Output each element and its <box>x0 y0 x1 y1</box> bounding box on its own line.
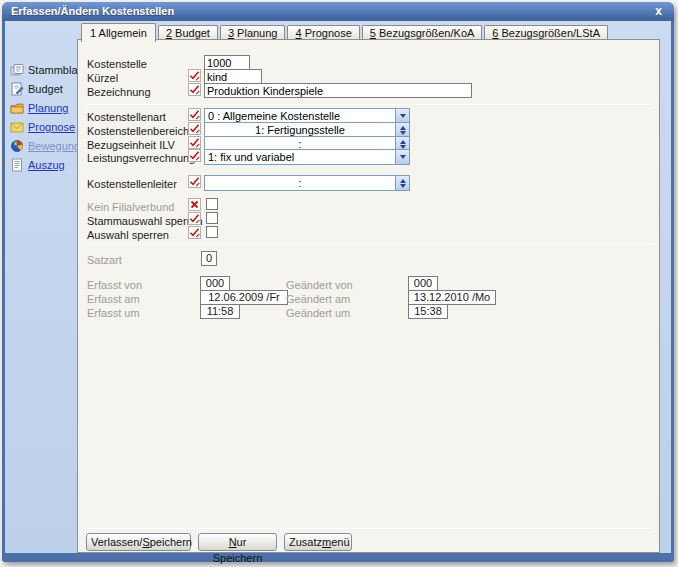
bezeichnung-label: Bezeichnung <box>87 86 151 98</box>
separator <box>86 528 653 529</box>
auswahl-sperren-label: Auswahl sperren <box>87 229 169 241</box>
geaendert-um-label: Geändert um <box>286 307 350 319</box>
edit-check-icon <box>188 175 201 188</box>
tab-allgemein[interactable]: 1 Allgemein <box>81 23 156 42</box>
budget-document-icon <box>10 82 24 96</box>
close-icon[interactable]: x <box>655 4 662 18</box>
edit-check-icon <box>188 149 201 162</box>
dialog-window: Erfassen/Ändern Kostenstellen x Stammbla… <box>2 2 674 562</box>
window-title: Erfassen/Ändern Kostenstellen <box>11 5 174 17</box>
sidebar-item-prognose[interactable]: Prognose <box>10 119 75 135</box>
kuerzel-label: Kürzel <box>87 72 118 84</box>
bewegung-sphere-icon <box>10 139 24 153</box>
sidebar-item-auszug[interactable]: Auszug <box>10 157 65 173</box>
edit-check-icon <box>188 212 201 225</box>
prognose-envelope-icon <box>10 120 24 134</box>
bezeichnung-input[interactable] <box>204 83 472 98</box>
sidebar-item-label: Bewegung <box>28 140 80 152</box>
kostenstelle-input[interactable] <box>204 55 250 70</box>
window-body: Stammblatt Budget Planung Prognose <box>5 21 671 553</box>
zusatzmenu-button[interactable]: Zusatzmenü <box>284 533 352 551</box>
edit-check-icon <box>188 83 201 96</box>
kein-filialverbund-checkbox[interactable] <box>206 198 218 210</box>
separator <box>86 243 653 244</box>
leistungsverrechnung-label: Leistungsverrechnung <box>87 152 195 164</box>
kostenstellenbereich-label: Kostenstellenbereich <box>87 125 189 137</box>
spinner-updown-icon[interactable] <box>395 176 409 190</box>
planung-folder-icon <box>10 101 24 115</box>
sidebar-item-label: Planung <box>28 102 68 114</box>
erfasst-um-value: 11:58 <box>200 304 240 319</box>
kostenstellenbereich-value: 1: Fertigungsstelle <box>205 123 395 137</box>
kein-filialverbund-label: Kein Filialverbund <box>87 201 174 213</box>
spinner-updown-icon[interactable] <box>395 123 409 137</box>
sidebar-item-planung[interactable]: Planung <box>10 100 68 116</box>
edit-check-icon <box>188 226 201 239</box>
sidebar-item-label: Prognose <box>28 121 75 133</box>
sidebar-item-budget[interactable]: Budget <box>10 81 63 97</box>
leistungsverrechnung-select[interactable]: 1: fix und variabel <box>204 149 410 165</box>
verlassen-speichern-button[interactable]: Verlassen/Speichern <box>86 533 191 551</box>
sidebar-item-label: Stammblatt <box>28 64 84 76</box>
edit-check-icon <box>188 136 201 149</box>
kostenstelle-label: Kostenstelle <box>87 58 147 70</box>
edit-check-icon <box>188 122 201 135</box>
erfasst-von-value: 000 <box>200 276 230 291</box>
erfasst-am-value: 12.06.2009 /Fr <box>200 290 288 305</box>
sidebar-item-label: Auszug <box>28 159 65 171</box>
sidebar-item-stammblatt[interactable]: Stammblatt <box>10 62 84 78</box>
sidebar-item-bewegung[interactable]: Bewegung <box>10 138 80 154</box>
red-x-icon <box>188 198 201 211</box>
kostenstellenart-value: 0 : Allgemeine Kostenstelle <box>205 109 395 123</box>
bezugseinheit-ilv-label: Bezugseinheit ILV <box>87 139 175 151</box>
kostenstellenleiter-select[interactable]: : <box>204 175 410 191</box>
geaendert-am-label: Geändert am <box>286 293 350 305</box>
erfasst-um-label: Erfasst um <box>87 307 140 319</box>
kostenstellenleiter-value: : <box>205 176 395 190</box>
leistungsverrechnung-value: 1: fix und variabel <box>205 150 395 164</box>
sidebar-item-label: Budget <box>28 83 63 95</box>
erfasst-am-label: Erfasst am <box>87 293 140 305</box>
dropdown-arrow-icon[interactable] <box>395 109 409 123</box>
satzart-label: Satzart <box>87 254 122 266</box>
stammauswahl-sperren-label: Stammauswahl sperren <box>87 215 203 227</box>
kostenstellenart-label: Kostenstellenart <box>87 111 166 123</box>
erfasst-von-label: Erfasst von <box>87 279 142 291</box>
geaendert-am-value: 13.12.2010 /Mo <box>408 290 496 305</box>
tab-label: 1 Allgemein <box>90 27 147 39</box>
auszug-document-icon <box>10 158 24 172</box>
geaendert-von-label: Geändert von <box>286 279 353 291</box>
kostenstellenleiter-label: Kostenstellenleiter <box>87 178 177 190</box>
tab-panel-allgemein: Kostenstelle Kürzel Bezeichnung Kostenst… <box>77 39 660 553</box>
geaendert-um-value: 15:38 <box>408 304 448 319</box>
geaendert-von-value: 000 <box>408 276 438 291</box>
kuerzel-input[interactable] <box>204 69 262 84</box>
titlebar: Erfassen/Ändern Kostenstellen x <box>2 2 674 21</box>
nur-speichern-button[interactable]: Nur Speichern <box>198 533 277 551</box>
screen: Erfassen/Ändern Kostenstellen x Stammbla… <box>0 0 678 567</box>
edit-check-icon <box>188 69 201 82</box>
separator <box>86 104 653 105</box>
satzart-value: 0 <box>201 251 217 266</box>
edit-check-icon <box>188 108 201 121</box>
stammauswahl-sperren-checkbox[interactable] <box>206 212 218 224</box>
stammblatt-card-icon <box>10 63 24 77</box>
dropdown-arrow-icon[interactable] <box>395 150 409 164</box>
auswahl-sperren-checkbox[interactable] <box>206 226 218 238</box>
